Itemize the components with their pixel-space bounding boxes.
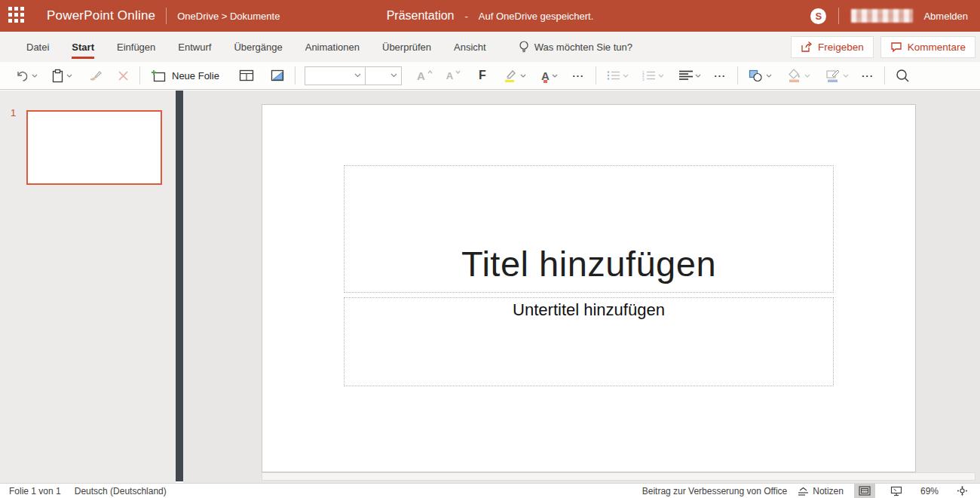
- chevron-down-icon: [32, 74, 38, 78]
- tab-entwurf[interactable]: Entwurf: [167, 32, 222, 62]
- comments-button[interactable]: Kommentare: [880, 36, 975, 58]
- horizontal-scrollbar: [183, 472, 980, 481]
- header-divider: [838, 8, 839, 24]
- chevron-down-icon: [552, 74, 558, 78]
- font-size-select[interactable]: [366, 67, 401, 85]
- notes-icon: [798, 487, 809, 496]
- slide-thumbnail-panel: 1: [0, 91, 176, 483]
- tab-einfuegen[interactable]: Einfügen: [106, 32, 167, 62]
- comment-icon: [890, 41, 902, 53]
- user-name-redacted: [851, 9, 913, 23]
- highlight-color-button[interactable]: [498, 66, 531, 85]
- notes-label: Notizen: [813, 486, 844, 496]
- layout-button[interactable]: [234, 66, 259, 85]
- delete-button[interactable]: [113, 67, 133, 85]
- chevron-down-icon: [623, 74, 629, 78]
- toolbar-divider: [295, 66, 296, 85]
- tab-uebergaenge[interactable]: Übergänge: [222, 32, 293, 62]
- chevron-down-icon: [658, 74, 664, 78]
- shrink-font-button[interactable]: A: [442, 67, 465, 85]
- grow-font-button[interactable]: A: [412, 66, 437, 85]
- slide-thumbnail[interactable]: [26, 110, 162, 185]
- app-launcher-icon[interactable]: [8, 7, 26, 25]
- slideshow-view-button[interactable]: [886, 484, 907, 498]
- bullets-button[interactable]: [602, 67, 633, 84]
- svg-text:3: 3: [642, 78, 645, 81]
- undo-button[interactable]: [11, 66, 42, 85]
- status-bar: Folie 1 von 1 Deutsch (Deutschland) Beit…: [0, 483, 980, 498]
- numbering-button[interactable]: 123: [638, 67, 669, 84]
- new-slide-button[interactable]: Neue Folie: [146, 66, 224, 86]
- share-label: Freigeben: [818, 42, 864, 53]
- chevron-down-icon: [66, 74, 72, 78]
- toolbar-divider: [596, 66, 596, 85]
- language-status[interactable]: Deutsch (Deutschland): [75, 486, 167, 496]
- share-icon: [801, 41, 813, 53]
- shapes-button[interactable]: [744, 66, 776, 85]
- tab-start[interactable]: Start: [60, 32, 106, 62]
- format-painter-button[interactable]: [83, 66, 107, 85]
- bold-button[interactable]: F: [474, 66, 491, 85]
- toolbar-divider: [139, 66, 140, 85]
- tab-datei[interactable]: Datei: [15, 32, 60, 62]
- design-ideas-button[interactable]: [266, 66, 289, 85]
- font-color-swatch: [544, 80, 547, 83]
- new-slide-label: Neue Folie: [172, 70, 219, 81]
- shape-outline-button[interactable]: [821, 66, 853, 85]
- document-title[interactable]: Präsentation: [387, 9, 455, 23]
- app-title: PowerPoint Online: [47, 8, 155, 23]
- tab-animationen[interactable]: Animationen: [294, 32, 371, 62]
- paste-button[interactable]: [47, 66, 77, 86]
- more-paragraph-options-button[interactable]: •••: [710, 69, 731, 82]
- panel-splitter[interactable]: [176, 91, 183, 481]
- chevron-down-icon: [520, 74, 526, 78]
- slide-number: 1: [11, 107, 16, 118]
- font-color-button[interactable]: A: [537, 66, 562, 85]
- ribbon-tab-bar: Datei Start Einfügen Entwurf Übergänge A…: [0, 32, 980, 62]
- save-status: Auf OneDrive gespeichert.: [479, 11, 593, 22]
- slide-surface[interactable]: Titel hinzufügen Untertitel hinzufügen: [262, 104, 916, 472]
- shape-fill-button[interactable]: [782, 66, 815, 85]
- feedback-link[interactable]: Beitrag zur Verbesserung von Office: [642, 486, 788, 496]
- title-placeholder[interactable]: Titel hinzufügen: [344, 165, 834, 293]
- tell-me-label: Was möchten Sie tun?: [534, 42, 632, 53]
- workspace: 1 Titel hinzufügen Untertitel hinzufügen: [0, 91, 980, 483]
- subtitle-placeholder[interactable]: Untertitel hinzufügen: [344, 297, 834, 386]
- toolbar-divider: [884, 66, 885, 85]
- chevron-down-icon: [804, 74, 810, 78]
- chevron-down-icon: [695, 74, 701, 78]
- share-button[interactable]: Freigeben: [791, 36, 874, 58]
- comments-label: Kommentare: [908, 42, 966, 53]
- chevron-down-icon: [766, 74, 772, 78]
- zoom-level[interactable]: 69%: [920, 486, 939, 496]
- fit-slide-to-window-button[interactable]: [952, 484, 972, 498]
- editing-canvas: Titel hinzufügen Untertitel hinzufügen: [183, 91, 980, 483]
- ribbon-toolbar: Neue Folie A A F A •••: [0, 62, 980, 90]
- find-button[interactable]: [891, 66, 914, 86]
- subtitle-placeholder-text: Untertitel hinzufügen: [513, 298, 665, 320]
- editing-view-button[interactable]: [854, 484, 875, 498]
- skype-icon[interactable]: S: [810, 8, 826, 24]
- chevron-down-icon: [843, 74, 849, 78]
- font-controls: [305, 66, 402, 85]
- title-placeholder-text: Titel hinzufügen: [461, 243, 716, 292]
- header-divider: [166, 8, 167, 24]
- title-dash: -: [465, 11, 468, 22]
- breadcrumb[interactable]: OneDrive > Dokumente: [177, 11, 280, 22]
- slide-count-status: Folie 1 von 1: [9, 486, 61, 496]
- tab-ueberpruefen[interactable]: Überprüfen: [371, 32, 443, 62]
- app-header: PowerPoint Online OneDrive > Dokumente P…: [0, 0, 980, 32]
- sign-out-button[interactable]: Abmelden: [923, 11, 968, 22]
- align-button[interactable]: [675, 67, 706, 84]
- notes-toggle[interactable]: Notizen: [798, 486, 844, 496]
- tab-ansicht[interactable]: Ansicht: [443, 32, 498, 62]
- tell-me-box[interactable]: Was möchten Sie tun?: [519, 40, 632, 54]
- lightbulb-icon: [519, 40, 529, 54]
- horizontal-scrollbar-thumb[interactable]: [262, 472, 975, 481]
- font-name-select[interactable]: [305, 67, 366, 85]
- toolbar-divider: [737, 66, 738, 85]
- more-shape-options-button[interactable]: •••: [858, 69, 879, 82]
- more-font-options-button[interactable]: •••: [568, 69, 590, 82]
